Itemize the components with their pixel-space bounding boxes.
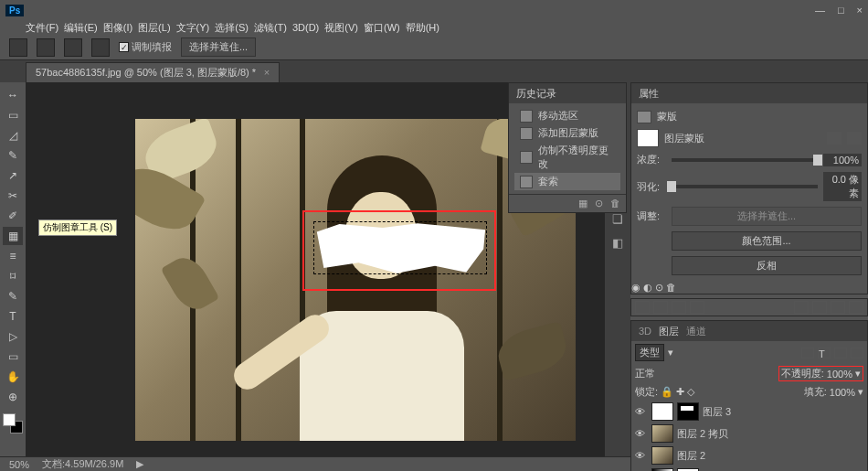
- adj-icon[interactable]: [812, 301, 827, 314]
- filter-icon[interactable]: [851, 348, 863, 359]
- adj-icon[interactable]: [849, 301, 863, 314]
- tab-channels[interactable]: 通道: [686, 325, 706, 338]
- density-value[interactable]: 100%: [823, 154, 862, 166]
- visibility-icon[interactable]: 👁: [635, 428, 648, 439]
- selection-mode-icon-3[interactable]: [91, 38, 110, 57]
- prop-icon[interactable]: ◉: [631, 282, 640, 293]
- layer-list: 👁图层 3 👁图层 2 拷贝 👁图层 2 👁渐变映射 1fx ▾ 👁效果 👁内阴…: [631, 401, 867, 471]
- layer-row[interactable]: 👁图层 2 拷贝: [631, 423, 867, 444]
- prop-delete-icon[interactable]: 🗑: [666, 282, 676, 293]
- tool-preset-icon[interactable]: [9, 38, 27, 57]
- zoom-tool-icon[interactable]: ⊕: [3, 388, 23, 406]
- tab-3d[interactable]: 3D: [639, 326, 651, 337]
- visibility-icon[interactable]: 👁: [635, 406, 648, 417]
- lock-icon[interactable]: 🔒: [661, 386, 673, 398]
- selection-mode-icon-2[interactable]: [64, 38, 82, 57]
- hand-tool-icon[interactable]: ✋: [3, 368, 23, 386]
- menu-type[interactable]: 文字(Y): [176, 21, 210, 35]
- menu-help[interactable]: 帮助(H): [406, 21, 439, 35]
- color-range-button[interactable]: 颜色范围...: [672, 231, 862, 251]
- statusbar-arrow-icon[interactable]: ▶: [136, 458, 143, 470]
- shape-tool-icon[interactable]: ▭: [3, 348, 23, 366]
- pen-tool-icon[interactable]: ✎: [3, 287, 23, 305]
- fg-color-swatch[interactable]: [3, 413, 16, 426]
- adj-icon[interactable]: [690, 301, 704, 314]
- main-area: ↔ ▭ ◿ ✎ ↗ ✂ ✐ ▦ ≡ ⌑ ✎ T ▷ ▭ ✋ ⊕: [0, 82, 868, 456]
- lock-icon[interactable]: ◇: [687, 386, 694, 398]
- layer-row[interactable]: 👁渐变映射 1fx ▾: [631, 466, 867, 471]
- clone-stamp-tool-icon[interactable]: ▦: [3, 227, 23, 245]
- blur-tool-icon[interactable]: ⌑: [3, 267, 23, 285]
- layer-row[interactable]: 👁图层 2: [631, 444, 867, 466]
- fill-value[interactable]: 100%: [830, 387, 855, 398]
- menu-select[interactable]: 选择(S): [215, 21, 249, 35]
- menu-image[interactable]: 图像(I): [103, 21, 132, 35]
- opacity-highlight: 不透明度: 100%▾: [778, 366, 863, 381]
- adjustment-icons-panel: [630, 298, 868, 316]
- tool-tooltip: 仿制图章工具 (S): [38, 219, 117, 236]
- path-tool-icon[interactable]: ▷: [3, 327, 23, 346]
- history-delete-icon[interactable]: 🗑: [610, 198, 620, 209]
- feather-slider[interactable]: [672, 185, 818, 188]
- maximize-button[interactable]: □: [838, 5, 844, 16]
- filter-icon[interactable]: [801, 348, 814, 359]
- filter-icon[interactable]: T: [818, 348, 831, 359]
- history-item: 仿制不透明度更改: [514, 142, 620, 173]
- minimize-button[interactable]: —: [815, 5, 825, 16]
- select-mask-button[interactable]: 选择并遮住...: [672, 207, 862, 226]
- right-panels: 历史记录 移动选区 添加图层蒙版 仿制不透明度更改 套索 ▦ ⊙ 🗑 属性 蒙版…: [630, 82, 868, 456]
- selection-mode-icon[interactable]: [37, 38, 55, 57]
- blend-mode-select[interactable]: 正常: [635, 367, 655, 380]
- type-tool-icon[interactable]: T: [3, 307, 23, 326]
- tab-close-icon[interactable]: ×: [264, 67, 270, 78]
- options-bar: ✓调制填报 选择并遮住...: [0, 35, 868, 60]
- layer-row[interactable]: 👁图层 3: [631, 401, 867, 423]
- brush-tool-icon[interactable]: ✐: [3, 207, 23, 225]
- visibility-icon[interactable]: 👁: [635, 450, 648, 461]
- document-tab[interactable]: 57bac4886135f.jpg @ 50% (图层 3, 图层蒙版/8) *…: [26, 62, 280, 82]
- adj-icon[interactable]: [831, 301, 845, 314]
- prop-icon[interactable]: ⊙: [655, 282, 663, 293]
- menu-filter[interactable]: 滤镜(T): [254, 21, 287, 35]
- filter-icon[interactable]: [834, 348, 847, 359]
- tab-label: 57bac4886135f.jpg @ 50% (图层 3, 图层蒙版/8) *: [36, 67, 256, 78]
- invert-button[interactable]: 反相: [672, 256, 862, 275]
- history-tab[interactable]: 历史记录: [516, 87, 556, 101]
- menu-file[interactable]: 文件(F): [26, 21, 58, 35]
- properties-tab[interactable]: 属性: [639, 87, 659, 101]
- option-checkbox[interactable]: ✓调制填报: [119, 40, 172, 54]
- panel-tabicon-2[interactable]: ◧: [609, 234, 626, 251]
- color-swatches[interactable]: [3, 413, 23, 434]
- density-slider[interactable]: [672, 158, 818, 162]
- adj-icon[interactable]: [653, 301, 668, 314]
- wand-tool-icon[interactable]: ✎: [3, 146, 23, 165]
- adj-icon[interactable]: [672, 301, 686, 314]
- eyedropper-tool-icon[interactable]: ✂: [3, 187, 23, 205]
- menu-3d[interactable]: 3D(D): [292, 22, 319, 33]
- menu-edit[interactable]: 编辑(E): [64, 21, 98, 35]
- move-tool-icon[interactable]: ↔: [3, 86, 23, 104]
- prop-icon[interactable]: ◐: [643, 282, 652, 293]
- menu-window[interactable]: 窗口(W): [364, 21, 400, 35]
- crop-tool-icon[interactable]: ↗: [3, 166, 23, 185]
- menu-layer[interactable]: 图层(L): [138, 21, 170, 35]
- marquee-tool-icon[interactable]: ▭: [3, 106, 23, 124]
- adj-icon[interactable]: [635, 301, 650, 314]
- zoom-level[interactable]: 50%: [9, 459, 29, 470]
- opacity-value[interactable]: 100%: [827, 369, 852, 380]
- gradient-tool-icon[interactable]: ≡: [3, 247, 23, 265]
- menu-view[interactable]: 视图(V): [324, 21, 358, 35]
- history-new-icon[interactable]: ⊙: [595, 198, 603, 209]
- layer-filter-kind[interactable]: 类型: [635, 344, 664, 361]
- history-item: 移动选区: [514, 107, 620, 124]
- doc-size: 文档:4.59M/26.9M: [42, 457, 123, 471]
- lock-icon[interactable]: ✚: [676, 386, 684, 398]
- close-button[interactable]: ×: [857, 5, 863, 16]
- history-snapshot-icon[interactable]: ▦: [578, 198, 587, 209]
- adj-icon[interactable]: [794, 301, 809, 314]
- select-and-mask-button[interactable]: 选择并遮住...: [181, 37, 256, 57]
- lasso-tool-icon[interactable]: ◿: [3, 126, 23, 145]
- tab-layers[interactable]: 图层: [659, 325, 679, 338]
- mask-kind: 蒙版: [657, 110, 862, 123]
- feather-value[interactable]: 0.0 像素: [823, 172, 862, 201]
